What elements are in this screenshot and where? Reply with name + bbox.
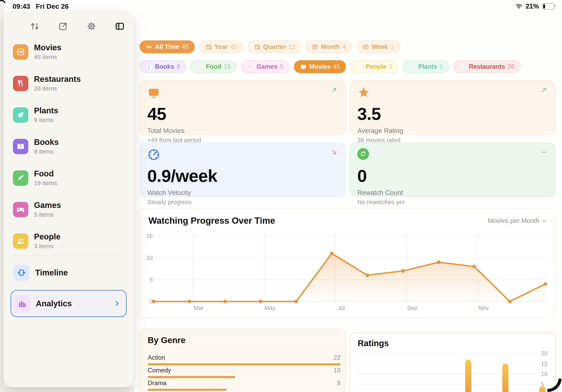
chip-count: 45 — [230, 43, 237, 51]
sidebar-item-count: 5 items — [34, 211, 61, 218]
sidebar-item-count: 26 items — [34, 85, 81, 92]
background-gutter-left — [0, 0, 4, 392]
compose-icon[interactable] — [58, 22, 68, 31]
sidebar-item-food[interactable]: Food19 items — [13, 169, 124, 187]
refresh-circle — [357, 148, 369, 160]
sidebar-item-count: 9 items — [34, 117, 58, 123]
trend-up-icon — [330, 86, 338, 94]
stat-card-header — [147, 148, 338, 163]
restaurants-icon — [13, 76, 28, 91]
wifi-icon — [515, 3, 523, 10]
genre-label: Drama — [148, 380, 166, 387]
svg-text:10: 10 — [541, 371, 547, 377]
time-chip-month[interactable]: Month4 — [306, 40, 352, 53]
category-chip-restaurants[interactable]: Restaurants26 — [454, 60, 521, 73]
settings-gear-icon[interactable] — [87, 22, 96, 31]
chip-label: Week — [372, 43, 388, 51]
sidebar-item-analytics[interactable]: Analytics — [11, 290, 127, 317]
ratings-title: Ratings — [358, 338, 550, 348]
time-chip-quarter[interactable]: Quarter12 — [248, 40, 301, 53]
by-genre-title: By Genre — [148, 336, 340, 345]
battery-icon — [542, 3, 554, 10]
calendar-badge-icon — [254, 44, 261, 50]
chip-count: 9 — [439, 63, 443, 70]
plants-icon — [13, 107, 28, 123]
stat-value: 45 — [147, 105, 338, 123]
category-filter-row: Books8Food19Games5Movies45People3Plants9… — [140, 60, 521, 73]
sidebar-item-count: 3 items — [34, 243, 60, 249]
sidebar-toolbar — [4, 21, 133, 32]
leaf-icon — [409, 63, 416, 70]
toggle-sidebar-icon[interactable] — [115, 22, 125, 31]
battery-percent: 21% — [526, 2, 539, 10]
svg-text:May: May — [264, 305, 276, 311]
status-bar: 09:43 Fri Dec 26 21% — [0, 0, 562, 11]
chip-count: 4 — [342, 43, 346, 51]
chip-count: 3 — [389, 63, 392, 70]
sidebar-item-plants[interactable]: Plants9 items — [13, 106, 124, 123]
status-time: 09:43 — [12, 2, 30, 10]
genre-bar — [148, 389, 227, 391]
chip-count: 1 — [390, 43, 394, 51]
stat-label: Watch Velocity — [147, 189, 338, 197]
stat-label: Rewatch Count — [357, 189, 548, 197]
category-chip-plants[interactable]: Plants9 — [403, 60, 449, 73]
chip-label: Month — [321, 43, 340, 51]
book-icon — [146, 63, 152, 70]
genre-value: 10 — [334, 367, 340, 374]
sidebar-item-label: Games — [34, 201, 61, 209]
ipad-screen: 09:43 Fri Dec 26 21% Movies45 itemsResta… — [0, 0, 562, 392]
category-chip-movies[interactable]: Movies45 — [294, 60, 346, 73]
category-chip-people[interactable]: People3 — [350, 60, 398, 73]
sidebar-item-games[interactable]: Games5 items — [13, 201, 124, 218]
sidebar-item-text: Food19 items — [34, 169, 57, 187]
stat-value: 0.9/week — [147, 167, 338, 184]
sidebar-item-timeline[interactable]: Timeline — [11, 260, 127, 285]
sidebar-item-label: Timeline — [35, 268, 68, 277]
background-gutter-bottom — [0, 387, 134, 392]
category-chip-food[interactable]: Food19 — [191, 60, 237, 73]
time-chip-all-time[interactable]: All Time45 — [140, 40, 195, 53]
time-filter-row: All Time45Year45Quarter12Month4Week1 — [140, 40, 400, 53]
refresh-icon — [357, 148, 369, 160]
ratings-bar-chart: 05101520 — [358, 351, 551, 392]
sidebar-item-label: Movies — [34, 43, 61, 52]
people-icon — [356, 63, 363, 70]
sidebar-category-list: Movies45 itemsRestaurants26 itemsPlants9… — [4, 43, 133, 249]
stat-card-average-rating: 3.5Average Rating38 movies rated — [350, 80, 556, 135]
svg-text:15: 15 — [541, 360, 547, 367]
timeline-icon — [13, 265, 30, 281]
sidebar-item-movies[interactable]: Movies45 items — [13, 43, 124, 60]
chip-count: 26 — [508, 63, 515, 70]
sidebar-item-books[interactable]: Books8 items — [13, 138, 124, 155]
genre-row-action: Action22 — [148, 354, 340, 365]
sidebar-panel: Movies45 itemsRestaurants26 itemsPlants9… — [4, 11, 133, 387]
stat-card-header — [357, 86, 548, 101]
genre-bar — [148, 363, 340, 365]
gamepad-icon — [247, 63, 254, 70]
category-chip-games[interactable]: Games5 — [241, 60, 290, 73]
sort-icon[interactable] — [30, 22, 40, 31]
sidebar-item-text: Plants9 items — [34, 106, 58, 123]
chip-label: Plants — [418, 63, 437, 70]
by-genre-card: By Genre Action22Comedy10Drama9Thriller7 — [140, 329, 346, 392]
chip-label: Games — [257, 63, 277, 70]
chip-label: Food — [206, 63, 221, 70]
sidebar-item-people[interactable]: People3 items — [13, 232, 124, 249]
sidebar-item-restaurants[interactable]: Restaurants26 items — [13, 75, 124, 92]
gauge-icon — [147, 148, 160, 161]
svg-text:Nov: Nov — [478, 305, 489, 311]
svg-text:Sep: Sep — [407, 305, 418, 311]
genre-row-line: Action22 — [148, 354, 340, 361]
time-chip-week[interactable]: Week1 — [356, 40, 400, 53]
time-chip-year[interactable]: Year45 — [199, 40, 243, 53]
chevron-down-icon — [541, 218, 547, 224]
infinity-icon — [146, 44, 152, 50]
chart-unit-dropdown[interactable]: Movies per Month — [488, 217, 547, 224]
games-icon — [13, 202, 28, 217]
svg-text:10: 10 — [146, 255, 153, 261]
chevron-right-icon — [114, 300, 120, 307]
genre-row-line: Comedy10 — [148, 367, 340, 374]
category-chip-books[interactable]: Books8 — [140, 60, 186, 73]
tv-icon — [300, 63, 307, 70]
